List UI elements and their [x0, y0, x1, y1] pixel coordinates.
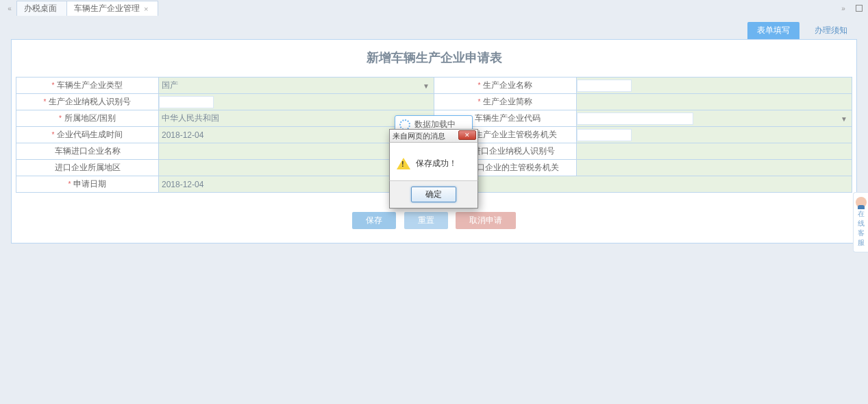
dialog-close-button[interactable]: ✕ — [458, 130, 476, 140]
label-import-region: 进口企业所属地区 — [16, 160, 159, 176]
tab-label: 车辆生产企业管理 — [74, 3, 140, 14]
helper-line2: 客服 — [855, 228, 867, 248]
tabs-scroll-left-icon[interactable]: « — [3, 1, 16, 16]
dialog-message: 保存成功！ — [416, 158, 457, 169]
tab-vehicle-mgmt[interactable]: 车辆生产企业管理 × — [66, 1, 158, 16]
field-enterprise-name[interactable] — [577, 78, 852, 94]
online-service-button[interactable]: 在线 客服 — [853, 192, 868, 252]
ok-button[interactable]: 确定 — [411, 187, 456, 202]
field-apply-date[interactable]: 2018-12-04 — [159, 176, 852, 193]
label-enterprise-name: *生产企业名称 — [434, 78, 577, 94]
helper-line1: 在线 — [855, 209, 867, 228]
chevron-down-icon: ▼ — [841, 115, 847, 122]
tab-instructions[interactable]: 办理须知 — [805, 22, 857, 39]
label-code-gen-time: *企业代码生成时间 — [16, 127, 159, 143]
close-icon[interactable]: × — [144, 5, 148, 13]
label-apply-date: *申请日期 — [16, 176, 159, 193]
dialog-footer: 确定 — [389, 181, 478, 209]
label-enterprise-type: *车辆生产企业类型 — [16, 78, 159, 94]
chevron-down-icon: ▼ — [423, 82, 430, 89]
label-taxpayer-id: *生产企业纳税人识别号 — [16, 94, 159, 110]
maximize-icon[interactable] — [852, 1, 867, 15]
field-taxpayer-id[interactable] — [159, 94, 434, 110]
tab-bar: « 办税桌面 车辆生产企业管理 × » — [0, 0, 868, 16]
tabs-scroll-right-icon[interactable]: » — [836, 1, 850, 16]
reset-button[interactable]: 重置 — [404, 212, 448, 229]
dialog-body: 保存成功！ — [389, 143, 478, 181]
field-import-authority[interactable] — [577, 160, 852, 176]
field-import-taxid[interactable] — [577, 143, 852, 160]
label-import-name: 车辆进口企业名称 — [16, 143, 159, 160]
action-tabs: 表单填写 办理须知 — [4, 19, 864, 39]
field-enterprise-type[interactable]: 国产 ▼ — [159, 78, 434, 94]
field-enterprise-code[interactable]: ▼ — [577, 110, 852, 127]
label-region: *所属地区/国别 — [16, 110, 159, 127]
page-title: 新增车辆生产企业申请表 — [12, 40, 856, 77]
tab-form-fill[interactable]: 表单填写 — [747, 22, 799, 39]
field-tax-authority[interactable] — [577, 127, 852, 143]
tab-desktop[interactable]: 办税桌面 — [16, 1, 67, 16]
tab-label: 办税桌面 — [24, 3, 57, 14]
avatar-icon — [856, 197, 867, 208]
dialog-titlebar[interactable]: 来自网页的消息 ✕ — [389, 129, 478, 143]
button-row: 保存 重置 取消申请 — [12, 204, 856, 243]
label-enterprise-short: *生产企业简称 — [434, 94, 577, 110]
svg-rect-0 — [856, 5, 863, 12]
field-region[interactable]: 中华人民共和国 ▼ — [159, 110, 434, 127]
cancel-button[interactable]: 取消申请 — [456, 212, 516, 229]
save-button[interactable]: 保存 — [352, 212, 396, 229]
warning-icon — [397, 158, 410, 169]
field-enterprise-short[interactable] — [577, 94, 852, 110]
dialog-title: 来自网页的消息 — [393, 131, 445, 141]
alert-dialog: 来自网页的消息 ✕ 保存成功！ 确定 — [389, 129, 478, 209]
